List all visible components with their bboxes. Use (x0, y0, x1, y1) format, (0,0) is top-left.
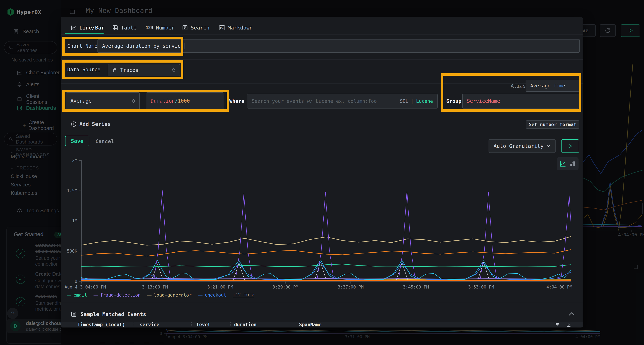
preview-chart: 0500K1M1.5M2MAug 4 3:04:00 PM3:13:00 PM3… (75, 157, 583, 293)
alias-input[interactable]: Average Time (526, 80, 579, 92)
tab-line-bar[interactable]: Line/Bar (71, 22, 104, 33)
download-icon[interactable] (566, 322, 572, 327)
sql-toggle[interactable]: SQL (400, 98, 408, 104)
column-separator (230, 322, 230, 328)
column-header[interactable]: Timestamp (Local) (78, 322, 125, 327)
svg-text:Aug 4 3:04:00 PM: Aug 4 3:04:00 PM (64, 285, 106, 290)
column-header[interactable]: level (196, 322, 210, 327)
field-expression-input[interactable]: Duration/1000 (146, 92, 224, 109)
list-icon (182, 25, 188, 30)
row-divider (61, 115, 583, 115)
plus-circle-icon (71, 121, 76, 127)
column-separator (191, 322, 192, 328)
set-number-format-button[interactable]: Set number format (526, 120, 579, 129)
svg-text:0: 0 (75, 279, 77, 284)
svg-text:3:45:00 PM: 3:45:00 PM (403, 285, 429, 290)
sample-events-title: Sample Matched Events (80, 311, 146, 317)
legend-dash-icon (67, 295, 72, 296)
text-cursor (184, 43, 184, 49)
where-placeholder: Search your events w/ Lucene ex. column:… (252, 98, 377, 104)
group-by-value: ServiceName (467, 98, 500, 104)
tab-markdown[interactable]: M↓ Markdown (219, 22, 252, 33)
tab-label: Search (191, 25, 210, 31)
legend-item[interactable]: fraud-detection (94, 293, 140, 298)
tab-table[interactable]: Table (112, 22, 136, 33)
cancel-button[interactable]: Cancel (95, 138, 114, 144)
column-separator (290, 322, 290, 328)
row-divider (61, 303, 583, 303)
aggregation-value: Average (70, 98, 92, 104)
data-source-select[interactable]: Traces (108, 64, 180, 76)
operator-token: / (175, 98, 178, 104)
legend-item[interactable]: load-generator (147, 293, 192, 298)
field-token: Duration (150, 98, 175, 104)
alias-label: Alias (511, 83, 526, 89)
save-button[interactable]: Save (65, 136, 89, 146)
event-list-icon (71, 311, 76, 317)
tab-search[interactable]: Search (182, 22, 210, 33)
svg-text:3:21:00 PM: 3:21:00 PM (207, 285, 233, 290)
group-by-input[interactable]: ServiceName (462, 94, 579, 108)
svg-text:4:04:00 PM: 4:04:00 PM (546, 285, 572, 290)
svg-text:2M: 2M (72, 158, 77, 163)
select-chevrons-icon (172, 68, 175, 72)
data-source-label: Data Source (67, 67, 100, 73)
legend-more-link[interactable]: +12 more (233, 292, 254, 298)
granularity-select[interactable]: Auto Granularity (488, 139, 556, 153)
table-icon (112, 25, 118, 30)
chart-editor-modal: Line/Bar Table 123 Number Search M↓ Mark… (61, 17, 583, 328)
svg-text:3:13:00 PM: 3:13:00 PM (142, 285, 168, 290)
sample-events-table-header: Timestamp (Local) service level duration… (61, 322, 583, 328)
column-header[interactable]: service (140, 322, 160, 327)
legend-dash-icon (94, 295, 98, 296)
where-input[interactable]: Search your events w/ Lucene ex. column:… (247, 94, 438, 108)
svg-text:3:37:00 PM: 3:37:00 PM (338, 285, 364, 290)
svg-text:3:29:00 PM: 3:29:00 PM (272, 285, 298, 290)
chevron-down-icon (546, 144, 551, 148)
column-header[interactable]: duration (234, 322, 256, 327)
chart-name-value: Average duration by service (102, 43, 184, 49)
filter-icon[interactable] (555, 322, 560, 327)
legend-label: load-generator (154, 293, 192, 298)
legend-label: fraud-detection (100, 293, 140, 298)
tab-label: Number (156, 25, 174, 31)
alias-value: Average Time (530, 83, 565, 88)
play-icon (568, 144, 572, 149)
operand-token: 1000 (178, 98, 190, 104)
tab-label: Markdown (228, 25, 253, 31)
row-divider (61, 59, 583, 59)
add-series-button[interactable]: Add Series (71, 121, 111, 127)
line-chart-icon (71, 25, 76, 30)
aggregation-select[interactable]: Average (66, 92, 140, 109)
legend-item[interactable]: email (67, 293, 87, 298)
legend-dash-icon (198, 295, 203, 296)
tab-label: Line/Bar (80, 25, 104, 31)
markdown-icon: M↓ (219, 25, 225, 30)
chart-name-label: Chart Name (67, 43, 98, 49)
preview-chart-svg: 0500K1M1.5M2MAug 4 3:04:00 PM3:13:00 PM3… (75, 157, 583, 293)
legend-item[interactable]: checkout (198, 293, 226, 298)
lucene-toggle[interactable]: Lucene (416, 98, 433, 104)
select-chevrons-icon (132, 99, 135, 103)
column-separator (134, 322, 134, 328)
svg-text:1.5M: 1.5M (67, 188, 77, 193)
tab-number[interactable]: 123 Number (146, 22, 174, 33)
run-chart-button[interactable] (561, 139, 579, 153)
toggle-divider: | (411, 98, 414, 104)
123-icon: 123 (146, 25, 153, 30)
granularity-value: Auto Granularity (494, 143, 544, 149)
screen: HyperDX Search Saved Searches No saved s… (0, 0, 644, 345)
chart-name-input[interactable]: Average duration by service (98, 39, 580, 53)
row-divider (61, 83, 583, 84)
tabs-divider (61, 34, 583, 34)
svg-text:1M: 1M (72, 218, 77, 223)
column-header[interactable]: SpanName (299, 322, 322, 327)
data-source-value: Traces (120, 67, 138, 73)
legend-label: checkout (205, 293, 226, 298)
svg-text:500K: 500K (67, 249, 77, 254)
tab-label: Table (121, 25, 136, 31)
legend-dash-icon (147, 295, 152, 296)
sample-events-header[interactable]: Sample Matched Events (71, 311, 146, 317)
collapse-chevron-icon[interactable] (569, 312, 575, 316)
where-label: Where (229, 98, 244, 104)
